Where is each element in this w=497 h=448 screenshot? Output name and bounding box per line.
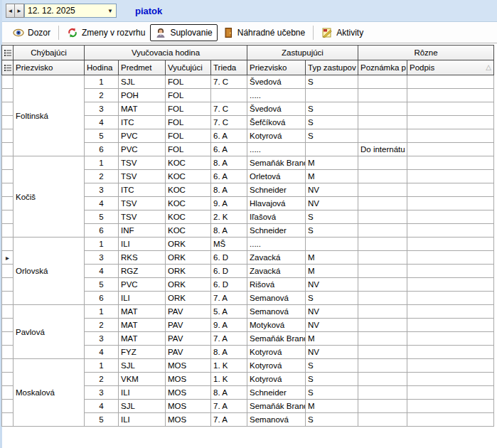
- col-header-priezvisko-chybajuci[interactable]: Priezvisko: [14, 60, 85, 75]
- cell-predmet[interactable]: MAT: [119, 102, 166, 116]
- cell-hodina[interactable]: 5: [85, 210, 119, 224]
- cell-trieda[interactable]: 8. A: [211, 224, 247, 238]
- cell-poznamka[interactable]: [358, 102, 407, 116]
- cell-zastupujuci[interactable]: Semanová: [247, 413, 306, 427]
- cell-zastupujuci[interactable]: Kotyrová: [247, 346, 306, 359]
- cell-trieda[interactable]: 2. K: [211, 210, 247, 224]
- cell-poznamka[interactable]: [358, 346, 407, 359]
- cell-poznamka[interactable]: [358, 183, 407, 197]
- cell-poznamka[interactable]: [358, 75, 407, 89]
- cell-zastupujuci[interactable]: .....: [247, 89, 306, 102]
- cell-hodina[interactable]: 6: [85, 143, 119, 156]
- cell-zastupujuci[interactable]: Schneider: [247, 183, 306, 197]
- cell-typ[interactable]: [306, 89, 358, 102]
- cell-typ[interactable]: S: [306, 359, 358, 373]
- cell-poznamka[interactable]: [358, 305, 407, 319]
- cell-typ[interactable]: NV: [306, 278, 358, 292]
- cell-zastupujuci[interactable]: Schneider: [247, 386, 306, 400]
- cell-trieda[interactable]: 1. K: [211, 359, 247, 373]
- cell-vyucujuci[interactable]: MOS: [166, 413, 211, 427]
- cell-zastupujuci[interactable]: Semanová: [247, 305, 306, 319]
- cell-hodina[interactable]: 3: [85, 183, 119, 197]
- cell-podpis[interactable]: [407, 238, 494, 251]
- col-header-typ-zastupovania[interactable]: Typ zastupov: [306, 60, 358, 75]
- cell-typ[interactable]: S: [306, 210, 358, 224]
- absent-teacher-cell[interactable]: Foltinská: [14, 75, 85, 156]
- cell-podpis[interactable]: [407, 89, 494, 102]
- cell-vyucujuci[interactable]: ORK: [166, 251, 211, 265]
- cell-predmet[interactable]: SJL: [119, 75, 166, 89]
- col-header-predmet[interactable]: Predmet: [119, 60, 166, 75]
- tab-aktivity[interactable]: Aktivity: [316, 24, 368, 41]
- cell-vyucujuci[interactable]: PAV: [166, 319, 211, 332]
- cell-zastupujuci[interactable]: Švedová: [247, 102, 306, 116]
- cell-trieda[interactable]: 7. A: [211, 400, 247, 413]
- chevron-down-icon[interactable]: ▼: [105, 8, 116, 14]
- cell-hodina[interactable]: 4: [85, 197, 119, 210]
- cell-poznamka[interactable]: [358, 251, 407, 265]
- cell-poznamka[interactable]: [358, 89, 407, 102]
- cell-hodina[interactable]: 1: [85, 75, 119, 89]
- cell-podpis[interactable]: [407, 156, 494, 170]
- col-header-vyucujuci[interactable]: Vyučujúci: [166, 60, 211, 75]
- cell-hodina[interactable]: 3: [85, 386, 119, 400]
- cell-podpis[interactable]: [407, 400, 494, 413]
- cell-predmet[interactable]: TSV: [119, 156, 166, 170]
- cell-trieda[interactable]: 7. A: [211, 292, 247, 305]
- cell-trieda[interactable]: MŠ: [211, 238, 247, 251]
- cell-trieda[interactable]: 6. A: [211, 143, 247, 156]
- absent-teacher-cell[interactable]: Kočiš: [14, 156, 85, 238]
- cell-hodina[interactable]: 2: [85, 170, 119, 183]
- cell-predmet[interactable]: ILI: [119, 386, 166, 400]
- cell-vyucujuci[interactable]: MOS: [166, 373, 211, 386]
- cell-zastupujuci[interactable]: Schneider: [247, 224, 306, 238]
- cell-predmet[interactable]: SJL: [119, 359, 166, 373]
- cell-vyucujuci[interactable]: FOL: [166, 129, 211, 143]
- cell-podpis[interactable]: [407, 143, 494, 156]
- cell-podpis[interactable]: [407, 224, 494, 238]
- cell-hodina[interactable]: 3: [85, 102, 119, 116]
- absent-teacher-cell[interactable]: Moskalová: [14, 359, 85, 427]
- cell-poznamka[interactable]: [358, 373, 407, 386]
- cell-podpis[interactable]: [407, 373, 494, 386]
- cell-zastupujuci[interactable]: Semaňák Brando: [247, 400, 306, 413]
- cell-poznamka[interactable]: [358, 210, 407, 224]
- cell-typ[interactable]: NV: [306, 197, 358, 210]
- cell-zastupujuci[interactable]: Semaňák Brando: [247, 156, 306, 170]
- cell-poznamka[interactable]: [358, 156, 407, 170]
- cell-hodina[interactable]: 1: [85, 305, 119, 319]
- cell-zastupujuci[interactable]: Zavacká: [247, 265, 306, 278]
- cell-predmet[interactable]: ILI: [119, 413, 166, 427]
- cell-vyucujuci[interactable]: KOC: [166, 224, 211, 238]
- sort-indicator-icon[interactable]: △: [486, 63, 491, 71]
- cell-zastupujuci[interactable]: Kotyrová: [247, 359, 306, 373]
- cell-zastupujuci[interactable]: Semanová: [247, 292, 306, 305]
- cell-vyucujuci[interactable]: KOC: [166, 210, 211, 224]
- tab-dozor[interactable]: Dozor: [8, 24, 55, 41]
- cell-hodina[interactable]: 3: [85, 251, 119, 265]
- col-header-podpis[interactable]: △ Podpis: [407, 60, 494, 75]
- cell-hodina[interactable]: 5: [85, 278, 119, 292]
- col-header-hodina[interactable]: Hodina: [85, 60, 119, 75]
- cell-zastupujuci[interactable]: Kotyrová: [247, 373, 306, 386]
- cell-predmet[interactable]: INF: [119, 224, 166, 238]
- cell-trieda[interactable]: 6. D: [211, 265, 247, 278]
- cell-trieda[interactable]: [211, 89, 247, 102]
- cell-podpis[interactable]: [407, 116, 494, 129]
- cell-poznamka[interactable]: [358, 319, 407, 332]
- cell-poznamka[interactable]: [358, 400, 407, 413]
- col-header-trieda[interactable]: Trieda: [211, 60, 247, 75]
- cell-typ[interactable]: S: [306, 413, 358, 427]
- cell-typ[interactable]: S: [306, 102, 358, 116]
- cell-typ[interactable]: M: [306, 156, 358, 170]
- cell-poznamka[interactable]: [358, 278, 407, 292]
- cell-hodina[interactable]: 4: [85, 346, 119, 359]
- cell-poznamka[interactable]: [358, 265, 407, 278]
- row-menu-icon[interactable]: [2, 60, 14, 75]
- cell-poznamka[interactable]: [358, 116, 407, 129]
- cell-zastupujuci[interactable]: Orletová: [247, 170, 306, 183]
- cell-trieda[interactable]: 7. C: [211, 102, 247, 116]
- group-header-zastupujuci[interactable]: Zastupujúci: [247, 46, 358, 60]
- cell-trieda[interactable]: 9. A: [211, 319, 247, 332]
- cell-typ[interactable]: [306, 238, 358, 251]
